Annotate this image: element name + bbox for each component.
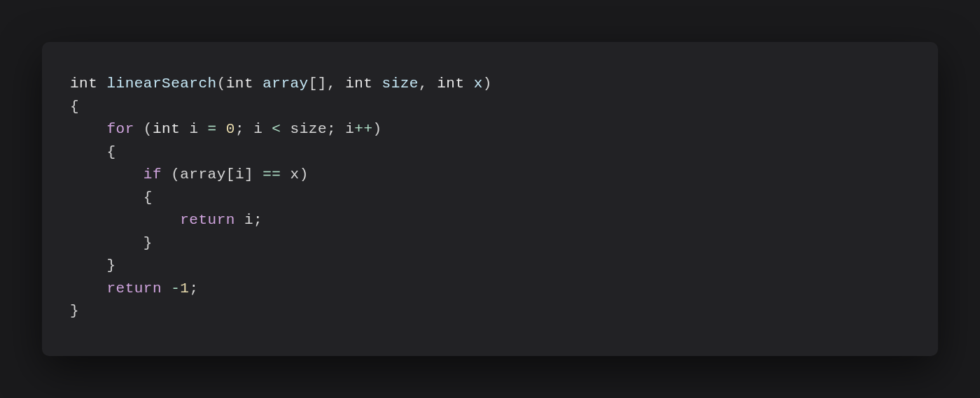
code-line: }: [70, 257, 116, 273]
code-line: for (int i = 0; i < size; i++): [70, 121, 382, 137]
code-token: [: [226, 166, 235, 183]
code-token: []: [309, 76, 327, 92]
code-token: [336, 76, 345, 92]
code-token: [217, 121, 226, 137]
code-token: ;: [253, 212, 262, 228]
code-token: [336, 121, 345, 137]
code-token: [70, 144, 106, 160]
code-token: int: [437, 76, 464, 92]
code-token: (: [144, 121, 153, 137]
code-block[interactable]: int linearSearch(int array[], int size, …: [70, 73, 910, 323]
code-token: ;: [327, 121, 336, 137]
code-token: (: [171, 166, 180, 183]
code-token: (: [217, 76, 226, 92]
code-line: {: [70, 190, 153, 206]
code-token: [70, 257, 106, 273]
code-token: for: [106, 121, 134, 137]
code-token: }: [144, 235, 153, 251]
code-token: -: [171, 280, 180, 297]
code-token: int: [70, 76, 97, 92]
code-token: ,: [419, 76, 428, 92]
code-token: if: [144, 166, 162, 183]
code-line: int linearSearch(int array[], int size, …: [70, 76, 492, 92]
code-token: ): [300, 166, 309, 183]
code-line: }: [70, 303, 79, 319]
code-token: }: [70, 303, 79, 319]
code-token: [70, 280, 106, 297]
code-token: [198, 121, 207, 137]
code-token: 0: [226, 121, 235, 137]
code-token: i: [235, 166, 244, 183]
code-token: [70, 121, 106, 137]
code-token: [262, 121, 272, 137]
code-token: [253, 76, 262, 92]
code-token: ): [373, 121, 382, 137]
code-card: int linearSearch(int array[], int size, …: [42, 42, 938, 356]
code-token: ]: [244, 166, 253, 183]
code-token: i: [253, 121, 262, 137]
code-line: {: [70, 144, 116, 160]
code-token: array: [262, 76, 309, 92]
code-token: [180, 121, 189, 137]
code-token: size: [382, 76, 419, 92]
code-line: if (array[i] == x): [70, 166, 309, 183]
code-line: }: [70, 235, 153, 251]
code-token: [162, 166, 171, 183]
code-token: return: [180, 212, 235, 228]
code-token: i: [189, 121, 198, 137]
code-token: [162, 280, 171, 297]
code-token: <: [272, 121, 281, 137]
code-token: int: [226, 76, 253, 92]
code-token: }: [106, 257, 115, 273]
code-token: 1: [180, 280, 189, 297]
code-token: i: [345, 121, 354, 137]
code-token: [281, 166, 290, 183]
code-token: ;: [189, 280, 198, 297]
code-token: linearSearch: [106, 76, 216, 92]
code-token: ): [483, 76, 492, 92]
code-token: size: [290, 121, 327, 137]
code-token: array: [180, 166, 226, 183]
code-token: ;: [235, 121, 244, 137]
code-token: =: [208, 121, 217, 137]
code-token: [70, 190, 144, 206]
code-line: return -1;: [70, 280, 198, 297]
code-token: {: [106, 144, 115, 160]
code-token: [70, 235, 144, 251]
code-token: ,: [327, 76, 336, 92]
code-line: {: [70, 99, 79, 115]
code-token: [372, 76, 382, 92]
code-token: [97, 76, 106, 92]
code-token: x: [474, 76, 483, 92]
code-token: return: [106, 280, 162, 297]
code-token: [253, 166, 262, 183]
code-token: [244, 121, 253, 137]
code-token: int: [345, 76, 372, 92]
code-token: [428, 76, 437, 92]
code-token: [235, 212, 244, 228]
code-token: [134, 121, 144, 137]
code-token: ==: [262, 166, 281, 183]
code-token: [70, 166, 144, 183]
code-token: [281, 121, 290, 137]
code-token: {: [144, 190, 153, 206]
code-token: [465, 76, 474, 92]
code-token: int: [153, 121, 180, 137]
code-token: {: [70, 99, 79, 115]
code-token: ++: [354, 121, 372, 137]
code-line: return i;: [70, 212, 262, 228]
code-token: x: [290, 166, 300, 183]
code-token: i: [244, 212, 253, 228]
code-token: [70, 212, 180, 228]
